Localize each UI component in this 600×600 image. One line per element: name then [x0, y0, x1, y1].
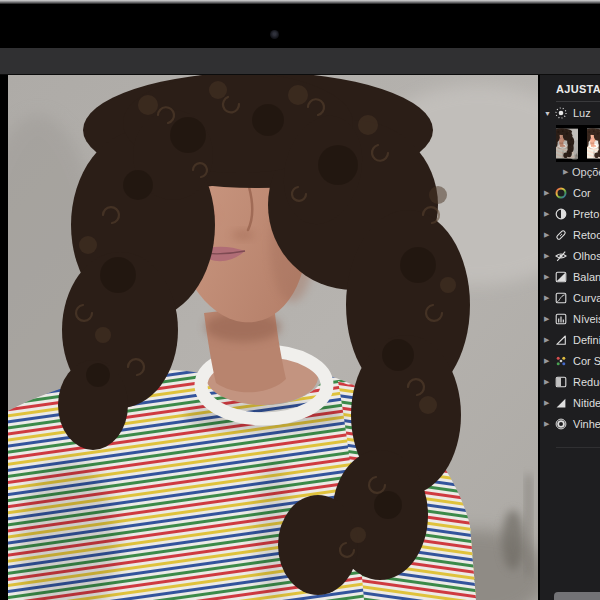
sidebar-item-preto-e-branco[interactable]: ▶ Preto e Branco	[540, 207, 600, 221]
sidebar-item-vinheta[interactable]: ▶ Vinheta	[540, 417, 600, 431]
chevron-right-icon: ▶	[544, 399, 553, 407]
color-wheel-icon	[555, 187, 567, 199]
camera-icon	[270, 30, 279, 39]
chevron-right-icon: ▶	[563, 168, 572, 176]
sidebar-item-balanco-de-brancos[interactable]: ▶ Balanço de Brancos	[540, 270, 600, 284]
sidebar-item-label: Balanço de Brancos	[573, 271, 600, 283]
sidebar-item-label: Redução de Ruído	[573, 376, 600, 388]
sidebar-item-label: Nitidez	[573, 397, 600, 409]
screen: Ajustar Filtros Recortar	[0, 0, 600, 600]
noise-reduction-icon	[555, 376, 567, 388]
chevron-right-icon: ▶	[544, 357, 553, 365]
vignette-icon	[555, 418, 567, 430]
sidebar-item-label: Retocar	[573, 229, 600, 241]
sidebar-item-olhos-vermelhos[interactable]: ▶ Olhos Vermelhos	[540, 249, 600, 263]
sidebar-item-luz[interactable]: ▼ Luz	[540, 106, 600, 120]
levels-icon	[555, 313, 567, 325]
sidebar-item-opcoes[interactable]: ▶ Opções	[540, 165, 600, 179]
chevron-right-icon: ▶	[544, 273, 553, 281]
black-white-icon	[555, 208, 567, 220]
sidebar-item-label: Luz	[573, 107, 591, 119]
sidebar-item-label: Cor	[573, 187, 591, 199]
chevron-right-icon: ▶	[544, 210, 553, 218]
sidebar-title: AJUSTAR	[556, 83, 600, 95]
sidebar-item-nitidez[interactable]: ▶ Nitidez	[540, 396, 600, 410]
light-adjust-filmstrip[interactable]	[556, 125, 600, 162]
chevron-right-icon: ▶	[544, 336, 553, 344]
content-area: AJUSTAR ▼ Luz	[0, 75, 600, 600]
red-eye-icon	[555, 250, 567, 262]
white-balance-icon	[555, 271, 567, 283]
sidebar-item-label: Definição	[573, 334, 600, 346]
sidebar-item-cor-seletiva[interactable]: ▶ Cor Seletiva	[540, 354, 600, 368]
retouch-bandage-icon	[555, 229, 567, 241]
sidebar-item-label: Cor Seletiva	[573, 355, 600, 367]
light-thumb[interactable]	[587, 125, 600, 162]
sidebar-item-label: Opções	[572, 166, 600, 178]
sidebar-item-reducao-de-ruido[interactable]: ▶ Redução de Ruído	[540, 375, 600, 389]
sidebar-item-label: Olhos Vermelhos	[573, 250, 600, 262]
sidebar-item-label: Vinheta	[573, 418, 600, 430]
light-icon	[555, 107, 567, 119]
definition-icon	[555, 334, 567, 346]
sharpen-icon	[555, 397, 567, 409]
photo-portrait	[8, 75, 538, 600]
chevron-right-icon: ▶	[544, 252, 553, 260]
bottom-button[interactable]	[554, 592, 600, 600]
photo-canvas	[8, 75, 538, 600]
toolbar: Ajustar Filtros Recortar	[0, 48, 600, 75]
sidebar-item-cor[interactable]: ▶ Cor	[540, 186, 600, 200]
sidebar-item-label: Preto e Branco	[573, 208, 600, 220]
curves-icon	[555, 292, 567, 304]
chevron-right-icon: ▶	[544, 315, 553, 323]
sidebar-item-label: Curvas	[573, 292, 600, 304]
light-thumb[interactable]	[556, 125, 586, 162]
divider	[556, 447, 600, 448]
selective-color-icon	[555, 355, 567, 367]
chevron-right-icon: ▶	[544, 420, 553, 428]
sidebar-item-label: Níveis	[573, 313, 600, 325]
sidebar-item-retocar[interactable]: ▶ Retocar	[540, 228, 600, 242]
chevron-right-icon: ▶	[544, 189, 553, 197]
chevron-right-icon: ▶	[544, 378, 553, 386]
sidebar-item-niveis[interactable]: ▶ Níveis	[540, 312, 600, 326]
sidebar-item-curvas[interactable]: ▶ Curvas	[540, 291, 600, 305]
display-bezel	[0, 4, 600, 48]
chevron-down-icon: ▼	[544, 110, 553, 117]
adjust-sidebar: AJUSTAR ▼ Luz	[540, 75, 600, 600]
chevron-right-icon: ▶	[544, 294, 553, 302]
chevron-right-icon: ▶	[544, 231, 553, 239]
sidebar-item-definicao[interactable]: ▶ Definição	[540, 333, 600, 347]
divider	[556, 101, 600, 102]
